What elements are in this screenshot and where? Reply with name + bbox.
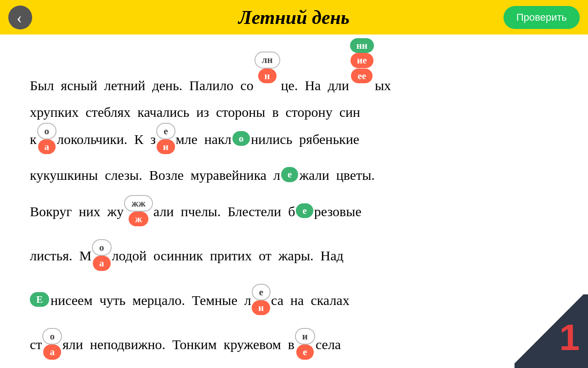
text-segment: резовые: [314, 205, 362, 218]
bubble-ln-top[interactable]: лн: [254, 52, 280, 68]
bubble-e2[interactable]: е: [252, 284, 271, 300]
text-segment: жали цветы.: [299, 168, 374, 182]
text-row-1: Был ясный летний день. Палило со лн н це…: [30, 39, 558, 92]
text-row-7: Е нисеем чуть мерцало. Темные л е и са н…: [30, 272, 558, 316]
text-row-2: хрупких стеблях качались из стороны в ст…: [30, 92, 558, 119]
bubble-a1[interactable]: а: [38, 139, 56, 154]
text-segment: Вокруг них жу: [30, 205, 124, 218]
text-segment: [360, 105, 395, 119]
text-segment: али пчелы. Блестели б: [153, 205, 295, 218]
text-segment: лодой осинник притих от жары. Над: [112, 249, 344, 263]
bubble-e3[interactable]: е: [296, 345, 313, 359]
check-button[interactable]: Проверить: [503, 6, 580, 29]
text-segment: нисеем чуть мерцало. Темные л: [51, 293, 251, 307]
header: Летний день Проверить: [0, 0, 588, 34]
text-segment: Был ясный летний день. Палило со: [30, 79, 254, 92]
bubble-e1[interactable]: е: [156, 123, 175, 139]
text-row-9: паутина. В о да в реке была еще холодная…: [30, 361, 558, 368]
text-row-4: кукушкины слезы. Возле муравейника л е ж…: [30, 155, 558, 183]
text-row-6: листья. М о а лодой осинник притих от жа…: [30, 227, 558, 272]
text-segment: листья. М: [30, 249, 91, 263]
page-title: Летний день: [238, 6, 350, 29]
bubble-i1[interactable]: и: [157, 139, 175, 154]
text-segment: мле накл: [176, 132, 232, 146]
bubble-a3[interactable]: а: [43, 345, 61, 359]
text-segment: локольчики. К з: [57, 132, 156, 146]
text-segment: са на скалах: [271, 293, 350, 307]
bubble-e-green2[interactable]: е: [296, 203, 313, 218]
content-area: Был ясный летний день. Палило со лн н це…: [0, 34, 588, 368]
bubble-a2[interactable]: а: [93, 256, 111, 270]
text-row-5: Вокруг них жу жж ж али пчелы. Блестели б…: [30, 183, 558, 228]
text-segment: це. На дли: [281, 79, 349, 92]
text-segment: к: [30, 132, 37, 146]
text-segment: хрупких стеблях качались из стороны в ст…: [30, 105, 360, 119]
bubble-n-bottom[interactable]: н: [258, 69, 277, 83]
text-segment: ых: [375, 79, 391, 92]
text-segment: нились рябенькие: [251, 132, 359, 146]
bubble-o2[interactable]: о: [92, 239, 112, 256]
bubble-i3[interactable]: и: [295, 328, 315, 345]
text-segment: кукушкины слезы. Возле муравейника л: [30, 168, 280, 182]
text-row-3: к о а локольчики. К з е и мле накл о нил…: [30, 119, 558, 155]
bubble-zh[interactable]: ж: [129, 212, 148, 226]
bubble-o1[interactable]: о: [37, 123, 57, 139]
bubble-e-green1[interactable]: е: [281, 167, 298, 182]
back-button[interactable]: [8, 6, 32, 29]
bubble-nn[interactable]: нн: [350, 38, 374, 53]
bubble-zhzh[interactable]: жж: [124, 195, 153, 212]
text-segment: яли неподвижно. Тонким кружевом в: [62, 338, 294, 351]
bubble-o3[interactable]: о: [42, 328, 62, 345]
bubble-ee[interactable]: ее: [351, 69, 373, 83]
bubble-o-green1[interactable]: о: [232, 131, 250, 146]
text-segment: ст: [30, 338, 42, 351]
bubble-E-green[interactable]: Е: [30, 292, 49, 307]
bubble-ie[interactable]: ие: [351, 53, 373, 68]
corner-number: 1: [560, 316, 580, 359]
text-segment: села: [316, 338, 341, 351]
text-row-8: ст о а яли неподвижно. Тонким кружевом в…: [30, 316, 558, 361]
bubble-i2[interactable]: и: [252, 300, 270, 315]
